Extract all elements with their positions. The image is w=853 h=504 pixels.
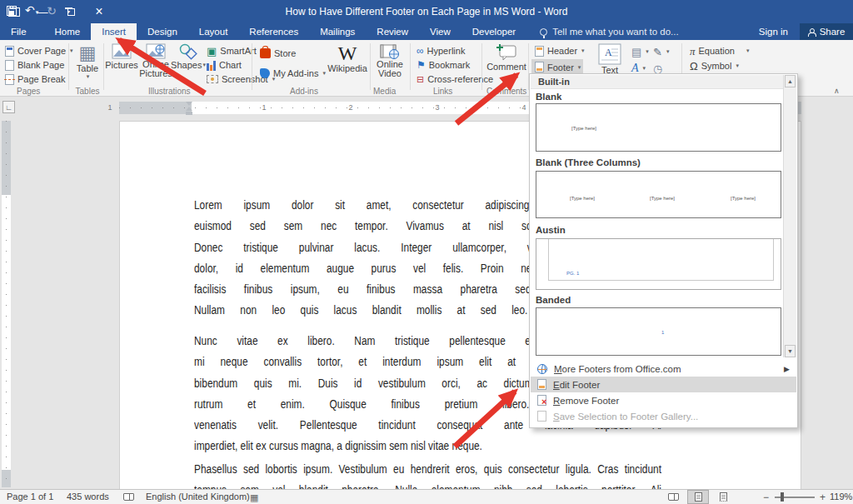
- proofing-status-icon[interactable]: [123, 493, 134, 501]
- store-icon: [260, 48, 271, 58]
- table-button[interactable]: ▦ Table▾: [72, 43, 103, 80]
- vertical-ruler[interactable]: [2, 121, 11, 487]
- print-layout-button[interactable]: [687, 490, 709, 504]
- bookmark-icon: ⚑: [417, 60, 426, 71]
- text-box-button[interactable]: A Text: [593, 43, 626, 75]
- chart-icon: [207, 60, 216, 71]
- store-button[interactable]: Store: [260, 47, 296, 60]
- menu-item-save-selection: Save Selection to Footer Gallery...: [531, 408, 796, 424]
- hyperlink-button[interactable]: ∞Hyperlink: [417, 44, 465, 57]
- my-addins-button[interactable]: My Add-ins▾: [260, 67, 326, 80]
- submenu-arrow-icon: ▶: [784, 365, 790, 373]
- tab-references[interactable]: References: [238, 23, 309, 40]
- redo-icon[interactable]: ↻: [47, 5, 57, 17]
- tab-layout[interactable]: Layout: [188, 23, 239, 40]
- scroll-down-icon[interactable]: ▼: [785, 345, 796, 357]
- blank-page-button[interactable]: Blank Page: [5, 58, 64, 72]
- gallery-item-blank[interactable]: [Type here]: [536, 103, 781, 152]
- media-group-label: Media: [373, 87, 396, 96]
- online-video-button[interactable]: Online Video: [372, 43, 408, 78]
- zoom-slider-handle[interactable]: [781, 492, 784, 502]
- header-icon: [535, 46, 544, 57]
- web-layout-button[interactable]: [712, 490, 734, 504]
- zoom-in-button[interactable]: +: [820, 492, 826, 503]
- save-selection-icon: [537, 411, 546, 422]
- collapse-ribbon-icon[interactable]: ∧: [834, 87, 840, 95]
- symbol-button[interactable]: ΩSymbol▾: [690, 59, 739, 72]
- comment-button[interactable]: Comment: [485, 43, 528, 72]
- shapes-icon: [179, 43, 197, 60]
- comments-group-label: Comments: [486, 87, 526, 96]
- gallery-item-blank-three-columns[interactable]: [Type here] [Type here] [Type here]: [536, 171, 781, 218]
- tab-review[interactable]: Review: [366, 23, 419, 40]
- quick-parts-icon: ▤: [631, 47, 641, 57]
- menu-item-edit-footer[interactable]: Edit Footer: [531, 377, 796, 392]
- gallery-scrollbar[interactable]: ▲ ▼: [783, 75, 796, 357]
- tables-group-label: Tables: [73, 87, 102, 96]
- menu-item-more-footers[interactable]: More Footers from Office.com ▶: [531, 361, 796, 377]
- tab-insert[interactable]: Insert: [91, 23, 137, 40]
- tab-home[interactable]: Home: [44, 23, 92, 40]
- language-indicator[interactable]: English (United Kingdom): [146, 492, 250, 502]
- tab-file[interactable]: File: [0, 23, 37, 40]
- zoom-out-button[interactable]: −: [763, 492, 769, 503]
- globe-icon: [537, 364, 547, 374]
- close-button[interactable]: ×: [85, 0, 113, 23]
- pictures-button[interactable]: Pictures: [106, 43, 137, 70]
- wordart-button[interactable]: ✎▾: [653, 45, 669, 58]
- web-layout-icon: [720, 492, 727, 502]
- title-bar: ↶▾ ↻ ▾ How to Have Different Footer on E…: [0, 0, 853, 23]
- menu-item-remove-footer[interactable]: Remove Footer: [531, 392, 796, 408]
- table-icon: ▦: [79, 43, 97, 63]
- sign-in-link[interactable]: Sign in: [759, 23, 788, 40]
- customize-qat-icon[interactable]: ▾: [65, 7, 72, 13]
- comment-icon: [496, 43, 517, 62]
- first-line-indent-marker[interactable]: [186, 102, 192, 106]
- tell-me-box[interactable]: Tell me what you want to do...: [526, 23, 679, 40]
- tab-design[interactable]: Design: [137, 23, 188, 40]
- text-line: Phasellus sed lobortis ipsum. Vestibulum…: [194, 459, 661, 480]
- links-group-label: Links: [433, 87, 452, 96]
- cover-page-button[interactable]: Cover Page▾: [5, 44, 73, 57]
- read-mode-button[interactable]: [662, 490, 684, 504]
- page-indicator[interactable]: Page 1 of 1: [7, 492, 53, 502]
- gallery-item-banded[interactable]: 1: [536, 307, 781, 356]
- print-layout-icon: [695, 492, 702, 502]
- person-icon: [808, 28, 816, 36]
- zoom-level[interactable]: 119%: [830, 492, 852, 502]
- tab-mailings[interactable]: Mailings: [309, 23, 366, 40]
- hanging-indent-marker[interactable]: [186, 107, 192, 115]
- tab-view[interactable]: View: [419, 23, 461, 40]
- gallery-item-label-banded: Banded: [536, 295, 571, 305]
- tab-selector[interactable]: ∟: [2, 101, 15, 113]
- footer-dropdown-menu: Built-in Blank [Type here] Blank (Three …: [529, 73, 798, 428]
- ruler-number: 1: [107, 103, 112, 112]
- word-count[interactable]: 435 words: [67, 492, 109, 502]
- smartart-icon: ▣: [207, 46, 217, 57]
- macro-recording-icon[interactable]: ▦: [250, 492, 258, 503]
- scroll-up-icon[interactable]: ▲: [785, 75, 796, 87]
- addins-group-label: Add-ins: [290, 87, 318, 96]
- smartart-button[interactable]: ▣SmartArt: [207, 44, 257, 57]
- online-pictures-button[interactable]: Online Pictures: [138, 43, 173, 78]
- wikipedia-button[interactable]: W Wikipedia: [327, 43, 368, 73]
- chart-button[interactable]: Chart: [207, 58, 242, 72]
- share-button[interactable]: Share: [800, 23, 853, 40]
- edit-footer-icon: [537, 379, 546, 390]
- quick-parts-button[interactable]: ▤▾: [631, 45, 649, 58]
- read-mode-icon: [668, 493, 679, 501]
- ruler-number: 3: [435, 103, 439, 112]
- ruler-number: 4: [521, 103, 526, 112]
- illustrations-group-label: Illustrations: [148, 87, 191, 96]
- equation-button[interactable]: πEquation▾: [690, 44, 749, 57]
- shapes-button[interactable]: Shapes▾: [173, 43, 203, 70]
- my-addins-icon: [260, 68, 270, 78]
- footer-icon: [535, 62, 544, 72]
- undo-icon[interactable]: ↶▾: [25, 4, 38, 17]
- cross-reference-icon: ⊟: [417, 74, 424, 85]
- tab-developer[interactable]: Developer: [461, 23, 526, 40]
- bookmark-button[interactable]: ⚑Bookmark: [417, 58, 470, 72]
- header-button[interactable]: Header▾: [535, 44, 585, 57]
- page-break-button[interactable]: Page Break: [5, 72, 65, 86]
- gallery-item-austin[interactable]: PG. 1: [536, 238, 781, 290]
